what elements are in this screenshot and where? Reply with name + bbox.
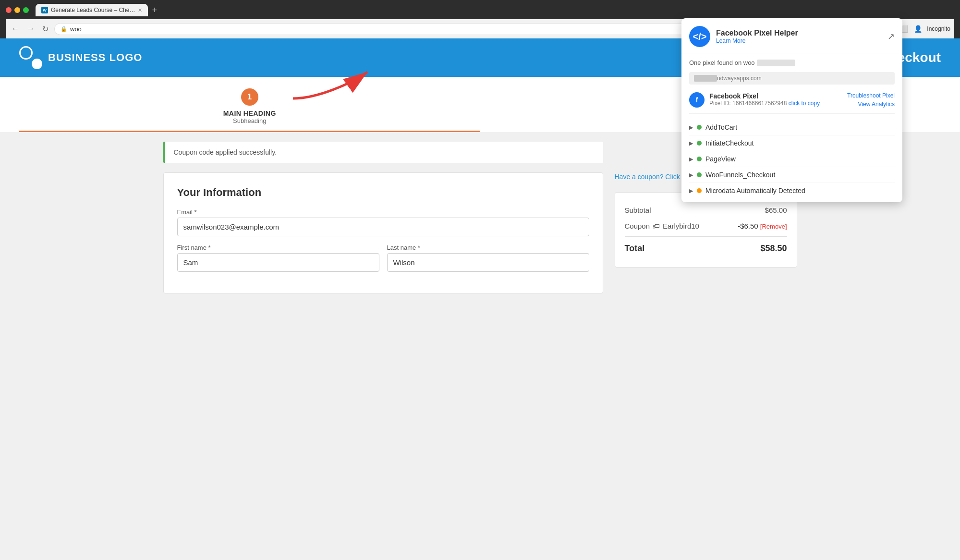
fb-pixel-id: Pixel ID: 16614666617562948 click to cop… [709, 100, 820, 107]
logo-icon [19, 46, 42, 69]
event-status-dot [697, 172, 702, 177]
incognito-label: Incognito [927, 25, 950, 32]
your-information-heading: Your Information [177, 186, 589, 199]
left-column: Coupon code applied successfully. Your I… [163, 142, 603, 293]
first-name-field-group: First name * [177, 244, 379, 272]
subtotal-row: Subtotal $65.00 [625, 202, 787, 218]
total-value: $58.50 [760, 243, 787, 254]
email-label: Email * [177, 208, 589, 216]
event-name: AddToCart [705, 123, 895, 131]
event-expand-arrow[interactable]: ▶ [689, 124, 693, 131]
last-name-input[interactable] [387, 253, 589, 272]
lock-icon: 🔒 [61, 26, 67, 32]
event-expand-arrow[interactable]: ▶ [689, 172, 693, 178]
event-name: WooFunnels_Checkout [705, 171, 895, 179]
new-tab-button[interactable]: + [150, 5, 159, 15]
pixel-id-copy[interactable]: click to copy [789, 100, 820, 107]
fb-events-list: ▶ AddToCart ▶ InitiateCheckout ▶ PageVie… [681, 120, 902, 202]
coupon-remove-link[interactable]: [Remove] [760, 223, 787, 230]
coupon-name: Earlybird10 [663, 222, 699, 230]
browser-tab[interactable]: W Generate Leads Course – Che… ✕ [36, 4, 148, 16]
fb-event-row[interactable]: ▶ InitiateCheckout [689, 135, 895, 151]
fb-pixel-item: f Facebook Pixel Pixel ID: 1661466661756… [689, 86, 895, 114]
last-name-field-group: Last name * [387, 244, 589, 272]
fb-popup-logo: </> [689, 26, 710, 47]
event-status-dot [697, 141, 702, 146]
fb-event-row[interactable]: ▶ AddToCart [689, 120, 895, 135]
event-status-dot [697, 188, 702, 193]
fb-learn-more-link[interactable]: Learn More [716, 37, 887, 44]
fb-event-row[interactable]: ▶ PageView [689, 151, 895, 167]
logo-outer-circle [19, 46, 33, 60]
fb-popup-external-link[interactable]: ↗ [887, 31, 895, 42]
traffic-light-red[interactable] [6, 7, 12, 13]
logo-area: BUSINESS LOGO [19, 46, 142, 69]
forward-button[interactable]: → [25, 24, 36, 34]
step-1-title: MAIN HEADING [223, 110, 276, 117]
step-1-subtitle: Subheading [233, 117, 266, 124]
coupon-success-message: Coupon code applied successfully. [163, 142, 603, 163]
name-fields-row: First name * Last name * [177, 244, 589, 272]
back-button[interactable]: ← [10, 24, 21, 34]
event-name: PageView [705, 155, 895, 163]
facebook-pixel-popup: </> Facebook Pixel Helper Learn More ↗ O… [681, 18, 902, 202]
event-name: InitiateCheckout [705, 139, 895, 147]
step-1-number: 1 [241, 88, 258, 106]
view-analytics-link[interactable]: View Analytics [858, 101, 895, 108]
traffic-light-yellow[interactable] [14, 7, 20, 13]
subtotal-label: Subtotal [625, 206, 651, 214]
address-text: woo [70, 25, 82, 33]
your-information-card: Your Information Email * First name * La… [163, 172, 603, 293]
first-name-input[interactable] [177, 253, 379, 272]
fb-domain-bar: udwaysapps.com [689, 72, 895, 85]
email-field-group: Email * [177, 208, 589, 236]
fb-event-row[interactable]: ▶ Microdata Automatically Detected [689, 183, 895, 198]
coupon-tag-icon: 🏷 [653, 222, 660, 230]
event-expand-arrow[interactable]: ▶ [689, 188, 693, 194]
tab-title: Generate Leads Course – Che… [51, 7, 135, 13]
event-expand-arrow[interactable]: ▶ [689, 140, 693, 146]
fb-found-text: One pixel found on woo [689, 59, 895, 66]
fb-popup-title: Facebook Pixel Helper [716, 29, 887, 37]
logo-text: BUSINESS LOGO [48, 51, 142, 64]
refresh-button[interactable]: ↻ [40, 24, 50, 35]
step-1-underline [19, 131, 480, 132]
profile-button[interactable]: 👤 [913, 24, 923, 34]
coupon-row: Coupon 🏷 Earlybird10 -$6.50 [Remove] [625, 218, 787, 234]
event-status-dot [697, 157, 702, 161]
email-input[interactable] [177, 218, 589, 236]
first-name-label: First name * [177, 244, 379, 251]
last-name-label: Last name * [387, 244, 589, 251]
tab-favicon: W [41, 7, 48, 13]
total-label: Total [625, 243, 645, 254]
troubleshoot-pixel-link[interactable]: Troubleshoot Pixel [847, 92, 895, 99]
traffic-light-green[interactable] [23, 7, 29, 13]
fb-pixel-name: Facebook Pixel [709, 92, 820, 100]
step-1[interactable]: 1 MAIN HEADING Subheading [19, 88, 480, 132]
logo-inner-circle [32, 59, 42, 69]
coupon-discount: -$6.50 [738, 222, 758, 230]
coupon-label: Coupon [625, 222, 650, 230]
tab-close-button[interactable]: ✕ [138, 7, 142, 13]
fb-event-row[interactable]: ▶ WooFunnels_Checkout [689, 167, 895, 183]
event-expand-arrow[interactable]: ▶ [689, 156, 693, 162]
fb-pixel-icon: f [689, 92, 705, 108]
subtotal-value: $65.00 [765, 206, 787, 214]
total-row: Total $58.50 [625, 236, 787, 257]
order-summary-card: Subtotal $65.00 Coupon 🏷 Earlybird10 -$6… [615, 192, 797, 268]
event-status-dot [697, 125, 702, 130]
event-name: Microdata Automatically Detected [705, 187, 895, 195]
